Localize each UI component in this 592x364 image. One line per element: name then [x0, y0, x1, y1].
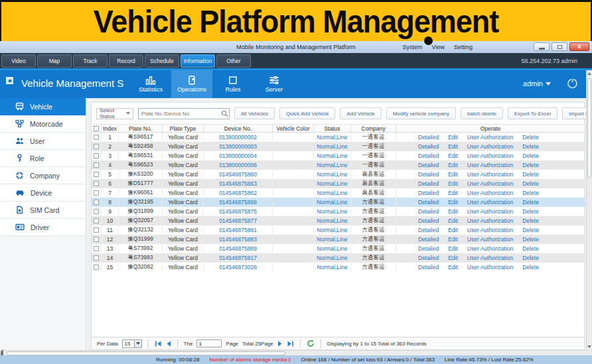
detailed-link[interactable]: Detailed — [418, 255, 439, 261]
cell-device-no-link[interactable]: 014546873026 — [204, 263, 273, 272]
user-authorization-link[interactable]: User Authorization — [467, 255, 513, 261]
sidebar-item-motorcade[interactable]: Motorcade — [0, 115, 86, 133]
detailed-link[interactable]: Detailed — [418, 143, 439, 150]
user-authorization-link[interactable]: User Authorization — [467, 245, 513, 252]
detailed-link[interactable]: Detailed — [418, 180, 439, 187]
detailed-link[interactable]: Detailed — [418, 171, 439, 178]
cell-device-no-link[interactable]: 014546875875 — [204, 207, 273, 216]
horizontal-scrollbar[interactable] — [0, 350, 592, 355]
delete-link[interactable]: Delete — [522, 217, 539, 224]
table-row[interactable]: 2 粤S92458 Yellow Card 013800000003 Norma… — [92, 142, 585, 151]
menu-setting[interactable]: Setting — [454, 44, 473, 50]
sidebar-item-device[interactable]: Device — [0, 184, 86, 202]
table-row[interactable]: 7 豫K96061 Yellow Card 014546875862 Norma… — [92, 188, 585, 198]
delete-link[interactable]: Delete — [522, 171, 539, 178]
prev-page-button[interactable] — [166, 341, 171, 347]
row-checkbox[interactable] — [94, 162, 99, 168]
delete-link[interactable]: Delete — [522, 180, 539, 187]
detailed-link[interactable]: Detailed — [418, 227, 439, 233]
edit-link[interactable]: Edit — [448, 190, 458, 196]
first-page-button[interactable] — [155, 341, 162, 347]
edit-link[interactable]: Edit — [448, 227, 458, 233]
logout-power-button[interactable] — [566, 77, 579, 92]
user-authorization-link[interactable]: User Authorization — [467, 217, 513, 224]
user-authorization-link[interactable]: User Authorization — [467, 162, 513, 168]
row-checkbox[interactable] — [94, 172, 99, 177]
edit-link[interactable]: Edit — [448, 180, 458, 187]
delete-link[interactable]: Delete — [522, 264, 539, 271]
table-row[interactable]: 1 粤S96517 Yellow Card 013800000002 Norma… — [92, 133, 585, 142]
delete-link[interactable]: Delete — [522, 162, 539, 168]
detailed-link[interactable]: Detailed — [418, 199, 439, 206]
table-row[interactable]: 6 豫D51777 Yellow Card 014546875863 Norma… — [92, 179, 585, 188]
cell-device-no-link[interactable]: 014546875862 — [204, 188, 273, 198]
table-row[interactable]: 10 豫Q32057 Yellow Card 014546875877 Norm… — [92, 216, 585, 225]
cell-device-no-link[interactable]: 014546875868 — [204, 198, 273, 207]
table-row[interactable]: 13 粤S73992 Yellow Card 014546875889 Norm… — [92, 244, 585, 253]
delete-link[interactable]: Delete — [522, 152, 539, 159]
all-vehicles-button[interactable]: All Vehicles — [234, 107, 275, 119]
add-vehicle-button[interactable]: Add Vehicle — [340, 107, 381, 119]
delete-link[interactable]: Delete — [522, 255, 539, 261]
row-checkbox[interactable] — [94, 181, 99, 186]
user-menu[interactable]: admin — [523, 80, 551, 88]
row-checkbox[interactable] — [94, 135, 99, 140]
edit-link[interactable]: Edit — [448, 199, 458, 206]
edit-link[interactable]: Edit — [448, 134, 458, 141]
cell-device-no-link[interactable]: 014546875883 — [204, 235, 273, 244]
detailed-link[interactable]: Detailed — [418, 162, 439, 168]
detailed-link[interactable]: Detailed — [418, 264, 439, 271]
nav-operations[interactable]: Operations — [171, 70, 212, 98]
modify-vehicle-company-button[interactable]: Modify vehicle company — [386, 107, 456, 119]
row-checkbox[interactable] — [94, 190, 99, 196]
table-row[interactable]: 15 豫Q32082 Yellow Card 014546873026 Norm… — [92, 263, 585, 272]
user-authorization-link[interactable]: User Authorization — [467, 227, 513, 233]
refresh-button[interactable] — [307, 339, 315, 347]
row-checkbox[interactable] — [94, 218, 99, 223]
row-checkbox[interactable] — [94, 153, 99, 158]
nav-statistics[interactable]: Statistics — [130, 70, 171, 98]
row-checkbox[interactable] — [94, 227, 99, 233]
per-data-select[interactable]: 15 — [122, 339, 142, 348]
cell-device-no-link[interactable]: 014546875917 — [204, 253, 273, 263]
user-authorization-link[interactable]: User Authorization — [467, 264, 513, 271]
detailed-link[interactable]: Detailed — [418, 134, 439, 141]
last-page-button[interactable] — [287, 341, 294, 347]
user-authorization-link[interactable]: User Authorization — [467, 152, 513, 159]
table-row[interactable]: 4 粤S96523 Yellow Card 013800000006 Norma… — [92, 160, 585, 170]
edit-link[interactable]: Edit — [448, 171, 458, 178]
cell-device-no-link[interactable]: 013800000003 — [204, 142, 273, 151]
edit-link[interactable]: Edit — [448, 245, 458, 252]
cell-device-no-link[interactable]: 014546875881 — [204, 225, 273, 235]
delete-link[interactable]: Delete — [522, 143, 539, 150]
search-icon[interactable] — [220, 109, 229, 118]
tab-video[interactable]: Video — [1, 54, 36, 68]
delete-link[interactable]: Delete — [522, 208, 539, 215]
table-row[interactable]: 9 豫Q31899 Yellow Card 014546875875 Norma… — [92, 207, 585, 216]
delete-link[interactable]: Delete — [522, 199, 539, 206]
row-checkbox[interactable] — [94, 255, 99, 261]
user-authorization-link[interactable]: User Authorization — [467, 236, 513, 243]
row-checkbox[interactable] — [94, 246, 99, 251]
scroll-down-icon[interactable] — [587, 343, 592, 350]
cell-device-no-link[interactable]: 013800000002 — [204, 133, 273, 142]
table-row[interactable]: 14 粤S73993 Yellow Card 014546875917 Norm… — [92, 253, 585, 263]
tab-information[interactable]: Information — [181, 54, 215, 68]
tab-map[interactable]: Map — [37, 54, 72, 68]
status-select[interactable]: Select Status — [96, 108, 133, 119]
detailed-link[interactable]: Detailed — [418, 245, 439, 252]
edit-link[interactable]: Edit — [448, 255, 458, 261]
tab-record[interactable]: Record — [109, 54, 143, 68]
row-checkbox[interactable] — [94, 265, 99, 270]
sidebar-item-role[interactable]: Role — [0, 150, 86, 167]
detailed-link[interactable]: Detailed — [418, 217, 439, 224]
edit-link[interactable]: Edit — [448, 208, 458, 215]
delete-link[interactable]: Delete — [522, 245, 539, 252]
row-checkbox[interactable] — [94, 237, 99, 242]
nav-server[interactable]: Server — [254, 70, 295, 98]
table-row[interactable]: 11 豫Q32132 Yellow Card 014546875881 Norm… — [92, 225, 585, 235]
cell-device-no-link[interactable]: 014546875863 — [204, 179, 273, 188]
user-authorization-link[interactable]: User Authorization — [467, 208, 513, 215]
user-authorization-link[interactable]: User Authorization — [467, 190, 513, 196]
row-checkbox[interactable] — [94, 209, 99, 214]
